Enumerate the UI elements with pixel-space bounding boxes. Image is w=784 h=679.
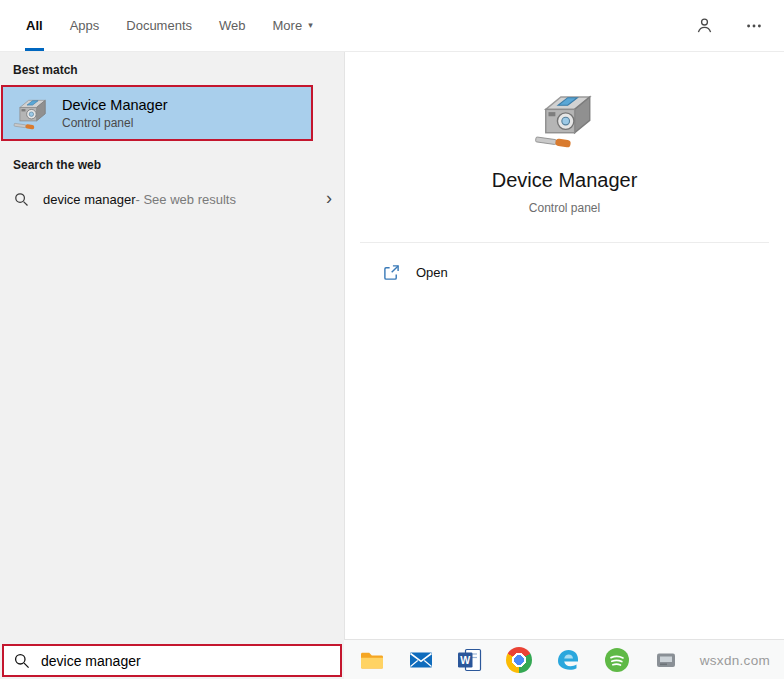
more-options-icon[interactable]: [744, 16, 764, 36]
web-suggestion-row[interactable]: device manager - See web results ›: [0, 180, 344, 218]
tab-more[interactable]: More ▾: [272, 0, 314, 51]
windows-search-flyout: All Apps Documents Web More ▾: [0, 0, 784, 679]
gray-app-icon[interactable]: [652, 646, 680, 674]
tab-documents-label: Documents: [126, 18, 192, 33]
edge-icon[interactable]: [554, 646, 582, 674]
tab-apps-label: Apps: [70, 18, 100, 33]
green-app-icon[interactable]: [603, 646, 631, 674]
web-suggestion-hint: - See web results: [136, 192, 236, 207]
tab-more-label: More: [273, 18, 303, 33]
best-match-subtitle: Control panel: [62, 116, 168, 130]
search-icon: [14, 192, 29, 207]
open-action-label: Open: [416, 265, 448, 280]
search-web-header: Search the web: [0, 141, 344, 180]
best-match-text: Device Manager Control panel: [62, 97, 168, 130]
taskbar-search-box[interactable]: [2, 644, 342, 677]
chevron-down-icon: ▾: [308, 21, 313, 30]
file-explorer-icon[interactable]: [358, 646, 386, 674]
best-match-header: Best match: [0, 52, 344, 85]
tab-apps[interactable]: Apps: [69, 0, 101, 51]
open-action[interactable]: Open: [345, 253, 784, 291]
preview-header: Device Manager Control panel: [345, 52, 784, 215]
svg-text:W: W: [460, 654, 470, 666]
preview-subtitle: Control panel: [529, 201, 600, 215]
taskbar: W wsxdn.com: [344, 639, 784, 679]
watermark-text: wsxdn.com: [700, 652, 770, 667]
chevron-right-icon[interactable]: ›: [326, 189, 332, 210]
tab-web-label: Web: [219, 18, 246, 33]
topbar-actions: [694, 0, 764, 51]
preview-divider: [360, 242, 769, 243]
tab-documents[interactable]: Documents: [125, 0, 193, 51]
chrome-icon[interactable]: [505, 646, 533, 674]
search-results-panel: Best match Device Manager Control panel: [0, 52, 344, 679]
open-icon: [383, 264, 400, 281]
filter-tabs: All Apps Documents Web More ▾: [25, 0, 314, 51]
device-manager-icon-large: [532, 86, 598, 152]
result-preview-panel: Device Manager Control panel Open: [344, 52, 784, 639]
best-match-result-device-manager[interactable]: Device Manager Control panel: [1, 85, 313, 141]
web-suggestion-query: device manager: [43, 192, 136, 207]
mail-icon[interactable]: [407, 646, 435, 674]
preview-title: Device Manager: [492, 169, 638, 192]
word-icon[interactable]: W: [456, 646, 484, 674]
user-account-icon[interactable]: [694, 16, 714, 36]
tab-all[interactable]: All: [25, 0, 44, 51]
search-icon: [14, 653, 30, 669]
search-input[interactable]: [41, 653, 330, 669]
best-match-title: Device Manager: [62, 97, 168, 113]
tab-web[interactable]: Web: [218, 0, 247, 51]
search-filter-bar: All Apps Documents Web More ▾: [0, 0, 784, 52]
tab-all-label: All: [26, 18, 43, 33]
device-manager-icon: [12, 94, 50, 132]
